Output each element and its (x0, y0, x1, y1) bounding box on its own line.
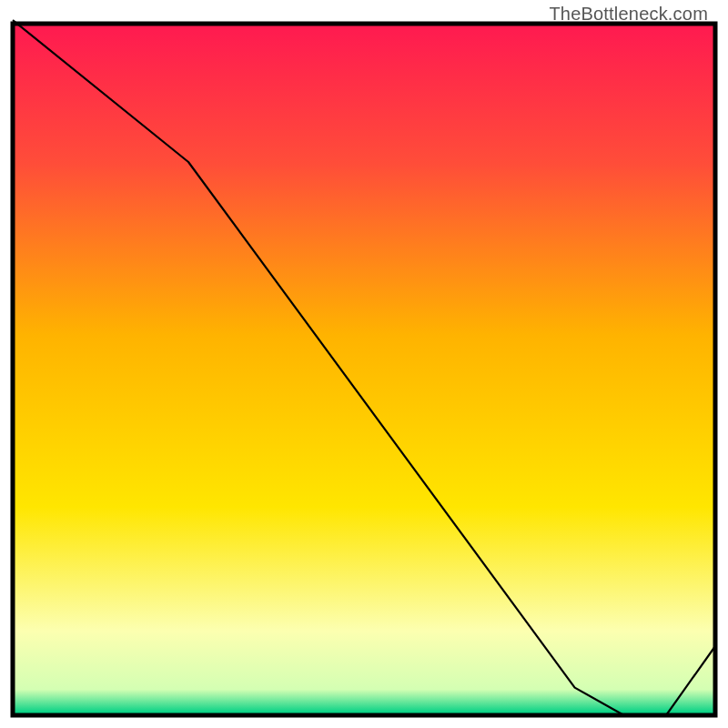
chart-background (15, 25, 713, 713)
chart-stage: TheBottleneck.com (0, 0, 728, 728)
bottleneck-chart (0, 0, 728, 728)
watermark: TheBottleneck.com (549, 4, 708, 25)
